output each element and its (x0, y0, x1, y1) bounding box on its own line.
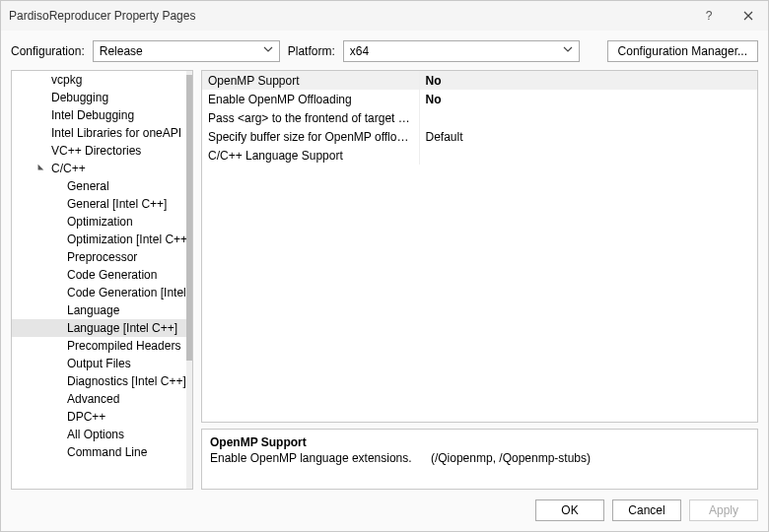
tree-item[interactable]: Language [Intel C++] (12, 319, 186, 337)
tree-item-label: Diagnostics [Intel C++] (67, 374, 186, 388)
tree-item-label: Language [Intel C++] (67, 321, 177, 335)
close-icon (743, 11, 753, 21)
tree-item[interactable]: Preprocessor (12, 248, 186, 266)
platform-value: x64 (350, 44, 369, 58)
property-row[interactable]: C/C++ Language Support (202, 146, 757, 165)
tree-item-label: General [Intel C++] (67, 197, 167, 211)
tree-item[interactable]: VC++ Directories (12, 142, 186, 160)
property-name: Specify buffer size for OpenMP offload l… (202, 127, 419, 146)
property-row[interactable]: Pass <arg> to the frontend of target dev… (202, 108, 757, 127)
configuration-manager-button[interactable]: Configuration Manager... (607, 40, 758, 62)
tree-item-label: Code Generation [Intel C++] (67, 286, 186, 299)
tree-item-label: Language (67, 303, 119, 317)
tree-scrollbar[interactable] (186, 71, 192, 489)
titlebar: PardisoReproducer Property Pages ? (1, 1, 768, 31)
tree-item-label: Intel Libraries for oneAPI (51, 126, 181, 140)
close-button[interactable] (729, 1, 768, 31)
configuration-value: Release (100, 44, 143, 58)
description-text: Enable OpenMP language extensions. (/Qio… (210, 451, 749, 465)
tree-item[interactable]: Optimization (12, 213, 186, 231)
tree-item[interactable]: Diagnostics [Intel C++] (12, 372, 186, 390)
tree-item[interactable]: Code Generation (12, 266, 186, 284)
tree-item-label: C/C++ (51, 162, 86, 175)
tree-item[interactable]: General [Intel C++] (12, 195, 186, 213)
tree-item-label: Optimization (67, 215, 133, 229)
tree-item-label: VC++ Directories (51, 144, 141, 158)
chevron-down-icon (563, 44, 573, 54)
tree-item[interactable]: Language (12, 301, 186, 319)
right-panel: OpenMP SupportNoEnable OpenMP Offloading… (201, 70, 758, 490)
tree-item-label: Debugging (51, 91, 108, 104)
tree-item[interactable]: Command Line (12, 443, 186, 461)
configuration-label: Configuration: (11, 44, 85, 58)
description-panel: OpenMP Support Enable OpenMP language ex… (201, 429, 758, 490)
property-row[interactable]: Specify buffer size for OpenMP offload l… (202, 127, 757, 146)
tree-item-label: vcpkg (51, 73, 82, 87)
tree-item[interactable]: Precompiled Headers (12, 337, 186, 355)
property-name: Pass <arg> to the frontend of target dev… (202, 108, 419, 127)
tree-item[interactable]: All Options (12, 426, 186, 443)
tree-item-label: Command Line (67, 445, 147, 459)
property-name: Enable OpenMP Offloading (202, 90, 419, 108)
help-button[interactable]: ? (689, 1, 729, 31)
chevron-down-icon (263, 44, 273, 54)
property-value[interactable]: No (419, 90, 757, 108)
property-row[interactable]: OpenMP SupportNo (202, 71, 757, 90)
dialog-footer: OK Cancel Apply (1, 490, 768, 531)
tree-item-label: Output Files (67, 357, 131, 370)
tree-item-label: Intel Debugging (51, 108, 134, 122)
tree-item[interactable]: Debugging (12, 89, 186, 106)
apply-button[interactable]: Apply (689, 499, 758, 521)
tree-item-label: General (67, 179, 109, 193)
property-value[interactable] (419, 108, 757, 127)
tree-item[interactable]: Intel Debugging (12, 106, 186, 124)
property-row[interactable]: Enable OpenMP OffloadingNo (202, 90, 757, 108)
tree-item[interactable]: Intel Libraries for oneAPI (12, 124, 186, 142)
tree-item[interactable]: Code Generation [Intel C++] (12, 284, 186, 301)
configuration-combo[interactable]: Release (93, 40, 280, 62)
tree-item[interactable]: Output Files (12, 355, 186, 372)
property-value[interactable] (419, 146, 757, 165)
category-tree[interactable]: vcpkgDebuggingIntel DebuggingIntel Libra… (12, 71, 186, 489)
category-tree-panel: vcpkgDebuggingIntel DebuggingIntel Libra… (11, 70, 193, 490)
tree-item-label: Advanced (67, 392, 119, 406)
tree-item-label: Preprocessor (67, 250, 137, 264)
property-grid[interactable]: OpenMP SupportNoEnable OpenMP Offloading… (201, 70, 758, 423)
tree-item[interactable]: Optimization [Intel C++] (12, 231, 186, 248)
tree-scrollbar-thumb[interactable] (186, 75, 192, 361)
tree-item-label: All Options (67, 428, 124, 441)
tree-item[interactable]: General (12, 177, 186, 195)
property-value[interactable]: No (419, 71, 757, 90)
tree-item-label: Optimization [Intel C++] (67, 233, 186, 246)
help-icon: ? (706, 9, 713, 23)
tree-item-label: Code Generation (67, 268, 157, 282)
tree-item[interactable]: vcpkg (12, 71, 186, 89)
tree-item-label: Precompiled Headers (67, 339, 180, 353)
window-title: PardisoReproducer Property Pages (9, 9, 689, 23)
cancel-button[interactable]: Cancel (612, 499, 681, 521)
dialog-window: PardisoReproducer Property Pages ? Confi… (0, 0, 769, 532)
property-name: OpenMP Support (202, 71, 419, 90)
tree-item[interactable]: Advanced (12, 390, 186, 408)
config-bar: Configuration: Release Platform: x64 Con… (1, 31, 768, 70)
property-name: C/C++ Language Support (202, 146, 419, 165)
tree-item[interactable]: C/C++ (12, 160, 186, 177)
platform-label: Platform: (288, 44, 335, 58)
tree-item-label: DPC++ (67, 410, 105, 424)
tree-item[interactable]: DPC++ (12, 408, 186, 426)
ok-button[interactable]: OK (535, 499, 604, 521)
platform-combo[interactable]: x64 (343, 40, 580, 62)
body: vcpkgDebuggingIntel DebuggingIntel Libra… (1, 70, 768, 490)
property-value[interactable]: Default (419, 127, 757, 146)
description-title: OpenMP Support (210, 435, 749, 449)
